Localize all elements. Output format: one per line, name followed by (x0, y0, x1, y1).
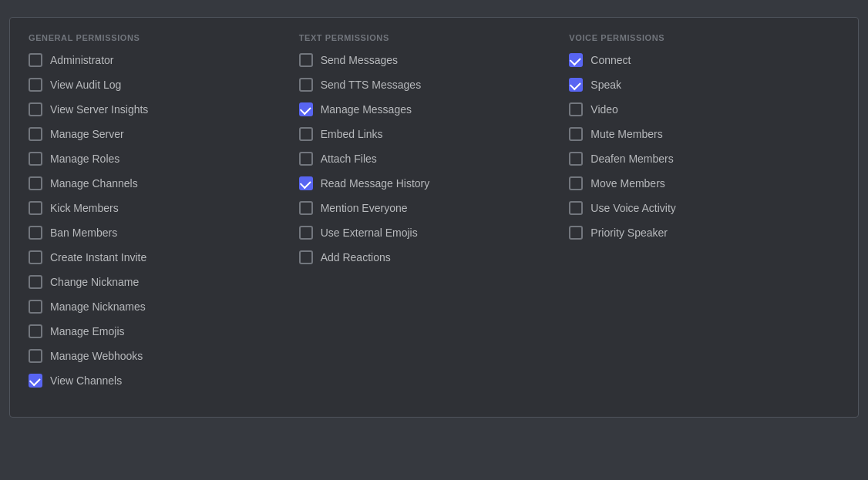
permission-item[interactable]: View Channels (29, 374, 299, 388)
permission-label: Manage Nicknames (50, 300, 146, 313)
checkbox-voice-6[interactable] (569, 201, 583, 215)
permission-item[interactable]: Read Message History (299, 176, 570, 190)
permission-item[interactable]: Move Members (569, 176, 839, 190)
column-voice: VOICE PERMISSIONSConnectSpeakVideoMute M… (569, 33, 839, 398)
column-header-text: TEXT PERMISSIONS (299, 33, 570, 42)
checkbox-general-8[interactable] (29, 250, 42, 264)
checkbox-general-5[interactable] (29, 176, 42, 190)
checkbox-general-6[interactable] (29, 201, 42, 215)
checkbox-text-2[interactable] (299, 102, 313, 116)
permission-item[interactable]: Manage Nicknames (29, 300, 299, 314)
checkbox-voice-2[interactable] (569, 102, 583, 116)
permission-item[interactable]: Manage Roles (29, 152, 299, 166)
checkbox-text-5[interactable] (299, 176, 313, 190)
permission-item[interactable]: Change Nickname (29, 275, 299, 289)
permission-item[interactable]: Mute Members (569, 127, 839, 141)
permission-item[interactable]: Send TTS Messages (299, 78, 570, 92)
permission-label: Video (590, 103, 618, 116)
permission-item[interactable]: View Server Insights (29, 102, 299, 116)
permission-label: View Server Insights (50, 103, 148, 116)
permission-item[interactable]: Mention Everyone (299, 201, 570, 215)
permission-item[interactable]: Priority Speaker (569, 226, 839, 240)
column-header-voice: VOICE PERMISSIONS (569, 33, 839, 42)
permission-label: Deafen Members (590, 153, 673, 165)
permission-label: Manage Emojis (50, 325, 125, 337)
permission-label: Add Reactions (321, 251, 391, 263)
permission-label: Create Instant Invite (50, 251, 146, 263)
permission-item[interactable]: Connect (569, 53, 839, 67)
permission-label: View Channels (50, 374, 122, 387)
checkbox-general-9[interactable] (29, 275, 42, 289)
permission-label: Use External Emojis (321, 227, 418, 239)
checkbox-text-7[interactable] (299, 226, 313, 240)
permission-label: Kick Members (50, 202, 119, 214)
checkbox-voice-5[interactable] (569, 176, 583, 190)
permission-label: Read Message History (321, 177, 430, 190)
permission-item[interactable]: Speak (569, 78, 839, 92)
permission-label: Move Members (590, 177, 664, 190)
permission-item[interactable]: Embed Links (299, 127, 570, 141)
permission-label: Change Nickname (50, 276, 139, 288)
permission-label: Mute Members (590, 128, 662, 140)
permission-item[interactable]: Manage Webhooks (29, 349, 299, 363)
permission-label: Priority Speaker (590, 227, 668, 239)
permission-item[interactable]: Deafen Members (569, 152, 839, 166)
permission-label: Manage Webhooks (50, 350, 143, 362)
permission-item[interactable]: Ban Members (29, 226, 299, 240)
checkbox-text-8[interactable] (299, 250, 313, 264)
permission-label: View Audit Log (50, 79, 121, 91)
checkbox-text-3[interactable] (299, 127, 313, 141)
permission-item[interactable]: Video (569, 102, 839, 116)
permission-item[interactable]: Attach Files (299, 152, 570, 166)
permission-item[interactable]: Create Instant Invite (29, 250, 299, 264)
checkbox-general-13[interactable] (29, 374, 42, 388)
checkbox-text-6[interactable] (299, 201, 313, 215)
checkbox-general-11[interactable] (29, 324, 42, 338)
checkbox-voice-1[interactable] (569, 78, 583, 92)
permission-label: Mention Everyone (321, 202, 408, 214)
permission-item[interactable]: Manage Emojis (29, 324, 299, 338)
checkbox-text-4[interactable] (299, 152, 313, 166)
permission-label: Ban Members (50, 227, 117, 239)
permission-item[interactable]: Manage Server (29, 127, 299, 141)
permission-label: Administrator (50, 54, 113, 66)
permission-label: Send Messages (321, 54, 398, 66)
permission-label: Manage Server (50, 128, 124, 140)
checkbox-voice-0[interactable] (569, 53, 583, 67)
checkbox-voice-4[interactable] (569, 152, 583, 166)
permission-item[interactable]: Administrator (29, 53, 299, 67)
permission-item[interactable]: Use Voice Activity (569, 201, 839, 215)
checkbox-general-10[interactable] (29, 300, 42, 314)
permission-item[interactable]: Manage Channels (29, 176, 299, 190)
permission-item[interactable]: Use External Emojis (299, 226, 570, 240)
checkbox-voice-7[interactable] (569, 226, 583, 240)
permission-label: Speak (590, 79, 621, 91)
permission-label: Manage Roles (50, 153, 119, 165)
permission-label: Manage Messages (321, 103, 412, 116)
checkbox-general-3[interactable] (29, 127, 42, 141)
checkbox-general-4[interactable] (29, 152, 42, 166)
checkbox-general-1[interactable] (29, 78, 42, 92)
permission-item[interactable]: View Audit Log (29, 78, 299, 92)
checkbox-general-2[interactable] (29, 102, 42, 116)
checkbox-text-0[interactable] (299, 53, 313, 67)
column-text: TEXT PERMISSIONSSend MessagesSend TTS Me… (299, 33, 570, 398)
checkbox-general-7[interactable] (29, 226, 42, 240)
permission-item[interactable]: Kick Members (29, 201, 299, 215)
permission-item[interactable]: Add Reactions (299, 250, 570, 264)
permissions-panel: GENERAL PERMISSIONSAdministratorView Aud… (9, 17, 859, 418)
checkbox-text-1[interactable] (299, 78, 313, 92)
checkbox-general-12[interactable] (29, 349, 42, 363)
permission-label: Manage Channels (50, 177, 138, 190)
permission-label: Connect (590, 54, 631, 66)
checkbox-general-0[interactable] (29, 53, 42, 67)
checkbox-voice-3[interactable] (569, 127, 583, 141)
permission-item[interactable]: Send Messages (299, 53, 570, 67)
permission-label: Attach Files (321, 153, 377, 165)
permission-label: Use Voice Activity (590, 202, 676, 214)
permission-item[interactable]: Manage Messages (299, 102, 570, 116)
panel-header (9, 6, 859, 17)
column-header-general: GENERAL PERMISSIONS (29, 33, 299, 42)
permission-label: Embed Links (321, 128, 383, 140)
permission-label: Send TTS Messages (321, 79, 421, 91)
